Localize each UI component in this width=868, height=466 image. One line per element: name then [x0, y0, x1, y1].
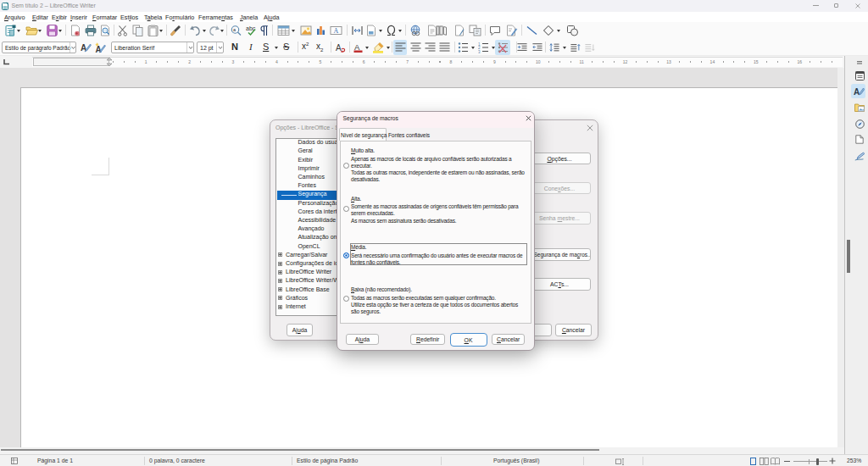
svg-text:3: 3 — [478, 50, 481, 54]
svg-text:A: A — [336, 43, 342, 53]
svg-text:A: A — [334, 27, 339, 35]
svg-text:A: A — [354, 42, 360, 52]
svg-text:a: a — [233, 27, 236, 32]
